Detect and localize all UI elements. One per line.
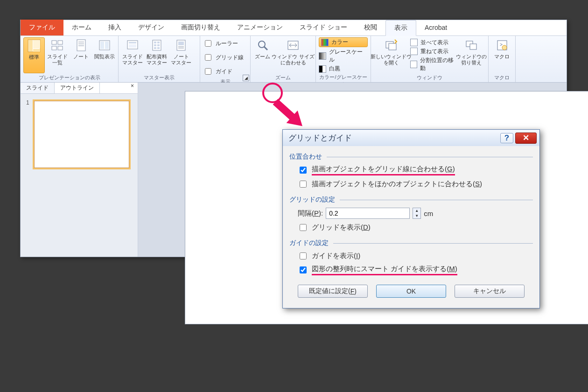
- group-macros: > マクロ マクロ: [489, 36, 516, 82]
- smart-guides-checkbox[interactable]: 図形の整列時にスマート ガイドを表示する(M): [298, 263, 533, 277]
- switch-windows-label: ウィンドウの 切り替え: [456, 54, 487, 65]
- tab-review[interactable]: 校閲: [356, 20, 385, 35]
- view-notes-button[interactable]: ノート: [70, 37, 92, 73]
- handout-master-icon: [150, 38, 164, 52]
- slide-number: 1: [26, 99, 33, 169]
- group-zoom: ズーム ウィンドウ サイズ に合わせる ズーム: [251, 36, 316, 82]
- display-guides-checkbox[interactable]: ガイドを表示(I): [298, 249, 533, 263]
- svg-rect-33: [470, 44, 476, 49]
- svg-rect-31: [389, 43, 396, 50]
- ok-button[interactable]: OK: [376, 285, 446, 298]
- outline-tab[interactable]: アウトライン: [55, 83, 100, 93]
- new-window-label: 新しいウィンドウ を開く: [371, 54, 412, 65]
- notes-icon: [74, 38, 88, 52]
- group-window-title: ウィンドウ: [374, 73, 485, 82]
- view-sorter-button[interactable]: スライド 一覧: [47, 37, 68, 73]
- slides-tab[interactable]: スライド: [21, 83, 55, 93]
- slides-pane: スライド アウトライン × 1: [21, 83, 138, 257]
- svg-rect-18: [157, 42, 160, 43]
- view-reading-button[interactable]: 閲覧表示: [94, 37, 115, 73]
- svg-point-27: [259, 41, 265, 48]
- set-default-button[interactable]: 既定値に設定(F): [298, 285, 368, 298]
- spacing-unit-label: cm: [424, 210, 433, 217]
- tab-file[interactable]: ファイル: [21, 20, 63, 35]
- group-color: カラー グレースケール 白黒 カラー/グレースケール: [316, 36, 371, 82]
- group-show: ルーラー グリッド線 ガイド 表示 ◢: [200, 36, 251, 82]
- ruler-checkbox[interactable]: ルーラー: [203, 37, 247, 49]
- svg-rect-3: [33, 49, 40, 52]
- view-normal-button[interactable]: 標準: [23, 37, 45, 73]
- grid-spacing-input[interactable]: [326, 208, 410, 219]
- color-button[interactable]: カラー: [319, 37, 368, 47]
- tab-animation[interactable]: アニメーション: [229, 20, 291, 35]
- svg-rect-1: [28, 40, 33, 51]
- snap-to-objects-checkbox[interactable]: 描画オブジェクトをほかのオブジェクトに合わせる(S): [298, 177, 533, 191]
- move-split-button[interactable]: 分割位置の移動: [410, 56, 455, 72]
- cascade-icon: [410, 48, 418, 55]
- group-macro-title: マクロ: [491, 73, 512, 82]
- slide-master-icon: [126, 38, 140, 52]
- tab-design[interactable]: デザイン: [130, 20, 173, 35]
- show-group-launcher[interactable]: ◢: [243, 75, 249, 81]
- zoom-label: ズーム: [255, 54, 270, 60]
- display-grid-checkbox[interactable]: グリッドを表示(D): [298, 221, 533, 234]
- slide-master-button[interactable]: スライド マスター: [121, 37, 144, 73]
- svg-rect-7: [58, 46, 63, 50]
- blackwhite-button[interactable]: 白黒: [319, 65, 368, 73]
- tab-transition[interactable]: 画面切り替え: [173, 20, 229, 35]
- svg-rect-6: [52, 46, 56, 50]
- grid-spacing-row: 間隔(P): ▲▼ cm: [298, 206, 533, 221]
- svg-rect-20: [157, 44, 160, 46]
- grayscale-button[interactable]: グレースケール: [319, 48, 368, 64]
- switch-windows-button[interactable]: ウィンドウの 切り替え: [457, 37, 485, 73]
- snap-to-grid-checkbox[interactable]: 描画オブジェクトをグリッド線に合わせる(G): [298, 163, 533, 177]
- cancel-button[interactable]: キャンセル: [455, 285, 525, 298]
- guides-checkbox[interactable]: ガイド: [203, 65, 247, 77]
- macros-label: マクロ: [494, 54, 510, 60]
- svg-rect-15: [129, 44, 136, 48]
- notes-master-button[interactable]: ノート マスター: [170, 37, 192, 73]
- svg-rect-16: [153, 40, 161, 50]
- svg-rect-24: [178, 42, 184, 45]
- split-icon: [410, 61, 417, 68]
- dialog-title: グリッドとガイド: [288, 133, 352, 143]
- tab-view[interactable]: 表示: [385, 20, 416, 36]
- macros-button[interactable]: > マクロ: [491, 37, 512, 73]
- gridlines-checkbox[interactable]: グリッド線: [203, 51, 247, 63]
- svg-line-28: [264, 47, 267, 50]
- group-window: 新しいウィンドウ を開く 並べて表示 重ねて表示 分割位置の移動 ウィンドウの …: [371, 36, 489, 82]
- handout-master-label: 配布資料 マスター: [147, 54, 167, 65]
- spinner-up-icon[interactable]: ▲: [413, 208, 420, 213]
- dialog-close-button[interactable]: ✕: [515, 133, 537, 144]
- slide-thumbnail-1[interactable]: 1: [26, 99, 132, 169]
- arrange-all-button[interactable]: 並べて表示: [410, 39, 455, 47]
- slide-preview: [33, 99, 131, 169]
- tab-insert[interactable]: 挿入: [100, 20, 130, 35]
- new-window-button[interactable]: 新しいウィンドウ を開く: [374, 37, 408, 73]
- cascade-button[interactable]: 重ねて表示: [410, 48, 455, 56]
- fit-window-icon: [286, 38, 300, 52]
- group-presentation-views: 標準 スライド 一覧 ノート 閲覧表示 プレゼンテーションの表: [21, 36, 119, 82]
- handout-master-button[interactable]: 配布資料 マスター: [146, 37, 168, 73]
- dialog-help-button[interactable]: ?: [500, 133, 513, 143]
- grid-and-guides-dialog: グリッドとガイド ? ✕ 位置合わせ 描画オブジェクトをグリッド線に合わせる(G…: [282, 129, 540, 308]
- view-normal-label: 標準: [29, 54, 39, 60]
- fit-window-label: ウィンドウ サイズ に合わせる: [272, 54, 314, 65]
- tab-home[interactable]: ホーム: [63, 20, 100, 35]
- dialog-titlebar[interactable]: グリッドとガイド ? ✕: [283, 130, 539, 146]
- svg-rect-19: [154, 44, 156, 46]
- svg-text:>: >: [500, 42, 503, 47]
- slide-master-label: スライド マスター: [122, 54, 143, 65]
- pane-close-button[interactable]: ×: [127, 83, 138, 93]
- fieldset-grid-label: グリッドの設定: [289, 196, 335, 204]
- zoom-button[interactable]: ズーム: [253, 37, 272, 73]
- spinner-down-icon[interactable]: ▼: [413, 213, 420, 218]
- macros-icon: >: [495, 38, 509, 52]
- fieldset-align-label: 位置合わせ: [289, 153, 322, 161]
- tab-acrobat[interactable]: Acrobat: [416, 20, 455, 35]
- group-master-title: マスター表示: [121, 73, 197, 82]
- group-master-views: スライド マスター 配布資料 マスター ノート マスター マスター表示: [119, 36, 200, 82]
- spacing-spinner[interactable]: ▲▼: [413, 208, 421, 219]
- fit-window-button[interactable]: ウィンドウ サイズ に合わせる: [273, 37, 313, 73]
- tab-slideshow[interactable]: スライド ショー: [291, 20, 356, 35]
